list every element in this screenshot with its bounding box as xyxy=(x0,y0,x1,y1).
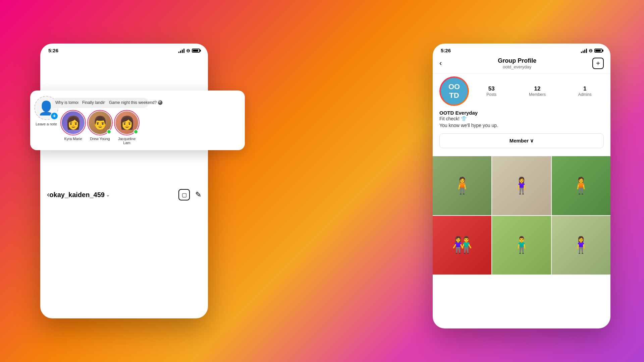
story-label-drew-young: Drew Young xyxy=(90,137,110,141)
group-bio-name: OOTD Everyday xyxy=(439,110,604,116)
drew-avatar-wrap: 👨 xyxy=(88,111,112,135)
signal-icon-right xyxy=(581,48,587,53)
back-button[interactable]: ‹ xyxy=(47,190,49,199)
photo-person-1: 🧍 xyxy=(433,156,491,215)
stories-row: 👤 + Leave a note Why is tomorrow Monday!… xyxy=(34,96,241,145)
group-profile-content: OO TD 53 Posts 12 Members 1 Admins xyxy=(433,76,610,154)
group-avatar: OO TD xyxy=(439,76,469,106)
story-item-kyra-marie[interactable]: Why is tomorrow Monday!? 😩 👩 Kyra Marie xyxy=(61,111,85,141)
time-right: 5:26 xyxy=(441,48,451,53)
avatar-line1: OO xyxy=(448,82,460,91)
chevron-down-icon: ⌄ xyxy=(106,192,110,197)
members-count: 12 xyxy=(534,85,541,92)
members-label: Members xyxy=(529,92,546,97)
time-left: 5:26 xyxy=(48,48,58,53)
status-bar-left: 5:26 ⊖ xyxy=(40,44,208,55)
story-label-jacqueline-lam: Jacqueline Lam xyxy=(115,137,139,145)
member-button-label: Member ∨ xyxy=(509,138,534,144)
stat-admins: 1 Admins xyxy=(578,85,592,97)
left-phone: 5:26 ⊖ ‹ okay_kaiden_459 ⌄ ▢ ✎ 🔍 S xyxy=(40,44,208,318)
posts-count: 53 xyxy=(488,85,495,92)
stat-members: 12 Members xyxy=(529,85,546,97)
edit-icon[interactable]: ✎ xyxy=(195,190,201,199)
stories-card: 👤 + Leave a note Why is tomorrow Monday!… xyxy=(30,90,245,150)
divider-group xyxy=(433,73,610,74)
story-item-drew-young[interactable]: Finally landing in NYC! ❤️ 👨 Drew Young xyxy=(88,111,112,141)
photo-cell-5[interactable]: 🧍‍♂️ xyxy=(492,216,551,275)
group-bio: OOTD Everyday Fit check! 👕 You know we'l… xyxy=(439,110,604,129)
story-label-leave-note: Leave a note xyxy=(36,122,57,126)
battery-icon xyxy=(192,49,200,53)
admins-count: 1 xyxy=(583,85,586,92)
kyra-avatar-wrap: 👩 xyxy=(61,111,85,135)
video-call-icon[interactable]: ▢ xyxy=(178,189,190,200)
photo-person-4: 👫 xyxy=(433,216,491,275)
avatar-text: OO TD xyxy=(448,82,460,100)
jacq-online-indicator xyxy=(133,129,138,134)
photo-cell-2[interactable]: 🧍‍♀️ xyxy=(492,156,551,215)
group-profile-title: Group Profile xyxy=(498,57,536,64)
photo-person-6: 🧍‍♀️ xyxy=(552,216,610,275)
group-profile-header: ‹ Group Profile ootd_everyday + xyxy=(433,55,610,73)
admins-label: Admins xyxy=(578,92,592,97)
group-bio-line1: Fit check! 👕 xyxy=(439,116,604,122)
jacq-avatar-wrap: 👩 xyxy=(115,111,139,135)
header-action-icons: ▢ ✎ xyxy=(178,189,201,200)
group-avatar-inner: OO TD xyxy=(441,78,468,105)
wifi-icon-right: ⊖ xyxy=(589,48,593,53)
group-stats-row: OO TD 53 Posts 12 Members 1 Admins xyxy=(439,76,604,106)
photo-cell-6[interactable]: 🧍‍♀️ xyxy=(552,216,610,275)
add-story-icon: + xyxy=(50,112,58,120)
signal-icon xyxy=(178,48,184,53)
group-statistics: 53 Posts 12 Members 1 Admins xyxy=(474,85,604,97)
group-profile-username: ootd_everyday xyxy=(498,64,536,69)
photo-person-5: 🧍‍♂️ xyxy=(492,216,551,275)
status-icons-left: ⊖ xyxy=(178,48,200,53)
group-header-center: Group Profile ootd_everyday xyxy=(498,57,536,69)
add-to-group-button[interactable]: + xyxy=(592,58,604,69)
drew-online-indicator xyxy=(107,129,111,134)
photo-person-2: 🧍‍♀️ xyxy=(492,156,551,215)
photo-person-3: 🧍 xyxy=(552,156,610,215)
jacq-note-bubble: Game night this weekend? 🎱 xyxy=(105,98,149,108)
avatar-line2: TD xyxy=(448,91,460,100)
right-phone: 5:26 ⊖ ‹ Group Profile ootd_everyday + xyxy=(433,44,610,328)
header-username: okay_kaiden_459 xyxy=(49,191,105,199)
wifi-icon: ⊖ xyxy=(186,48,190,53)
photo-cell-4[interactable]: 👫 xyxy=(433,216,491,275)
story-item-jacqueline-lam[interactable]: Game night this weekend? 🎱 👩 Jacqueline … xyxy=(115,111,139,145)
photo-cell-3[interactable]: 🧍 xyxy=(552,156,610,215)
story-label-kyra-marie: Kyra Marie xyxy=(64,137,82,141)
photo-cell-1[interactable]: 🧍 xyxy=(433,156,491,215)
group-bio-line2: You know we'll hype you up. xyxy=(439,122,604,129)
status-bar-right: 5:26 ⊖ xyxy=(433,44,610,55)
battery-icon-right xyxy=(594,49,602,53)
member-button[interactable]: Member ∨ xyxy=(439,133,604,148)
status-icons-right: ⊖ xyxy=(581,48,602,53)
stat-posts: 53 Posts xyxy=(486,85,496,97)
posts-label: Posts xyxy=(486,92,496,97)
back-button-right[interactable]: ‹ xyxy=(439,59,442,68)
photo-grid: 🧍 🧍‍♀️ 🧍 👫 🧍‍♂️ 🧍‍♀️ xyxy=(433,156,610,275)
kyra-marie-avatar: 👩 xyxy=(61,111,85,135)
